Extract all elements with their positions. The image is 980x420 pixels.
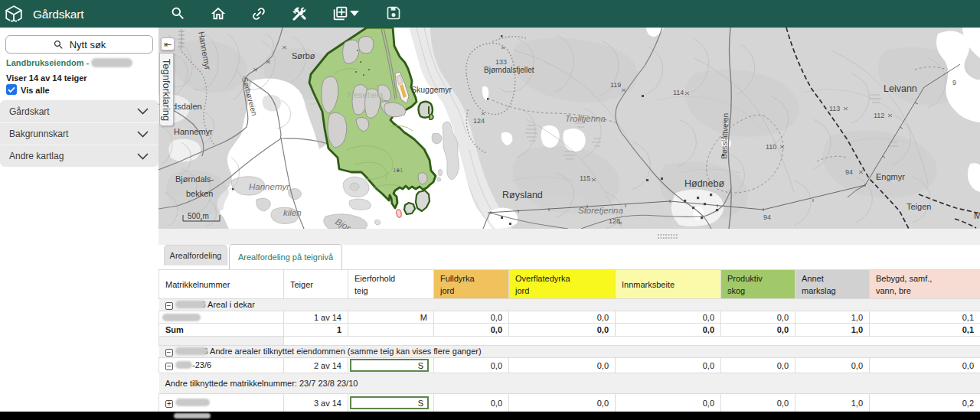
svg-text:112: 112 [874, 112, 884, 119]
svg-text:101: 101 [393, 167, 403, 174]
svg-text:Sørbø: Sørbø [292, 51, 315, 60]
svg-text:94: 94 [763, 213, 771, 221]
svg-text:500 m: 500 m [188, 212, 209, 220]
svg-text:119: 119 [610, 81, 621, 89]
svg-text:Bøsslåttveien: Bøsslåttveien [720, 113, 730, 159]
svg-text:Hannemyr: Hannemyr [174, 127, 213, 136]
svg-text:113: 113 [829, 105, 840, 112]
svg-text:kilen: kilen [283, 208, 302, 217]
svg-text:133: 133 [495, 58, 507, 66]
svg-text:Hødnebø: Hødnebø [684, 178, 724, 189]
svg-text:Røysland: Røysland [502, 190, 543, 200]
svg-text:94: 94 [845, 168, 853, 176]
svg-text:115: 115 [580, 174, 590, 182]
svg-text:Neseheia: Neseheia [348, 90, 384, 99]
svg-text:Bjørndalsfjellet: Bjørndalsfjellet [484, 66, 534, 74]
svg-text:128: 128 [609, 217, 620, 225]
svg-text:124: 124 [473, 117, 485, 125]
svg-text:Skuggemyr: Skuggemyr [411, 85, 452, 94]
svg-text:Bjørndals-: Bjørndals- [175, 174, 214, 184]
svg-text:9: 9 [952, 79, 956, 86]
svg-text:Engmyr: Engmyr [876, 172, 905, 181]
svg-text:110: 110 [766, 143, 776, 151]
svg-text:M: M [974, 210, 980, 221]
svg-text:114: 114 [673, 89, 684, 96]
svg-text:Leivann: Leivann [884, 83, 917, 94]
svg-text:Hannemyr: Hannemyr [249, 182, 290, 191]
svg-text:bekken: bekken [186, 189, 213, 198]
svg-text:Teigen: Teigen [906, 202, 931, 211]
svg-text:Storetjenna: Storetjenna [578, 206, 623, 215]
svg-text:Trolltjenna: Trolltjenna [565, 114, 606, 123]
